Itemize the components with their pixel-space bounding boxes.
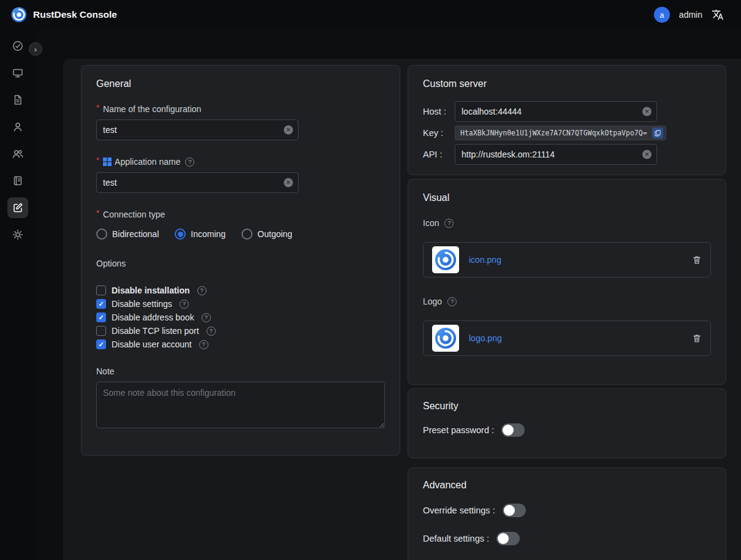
sidebar-item-users[interactable] bbox=[0, 113, 36, 140]
checkbox-disable-settings[interactable]: ✓ Disable settings ? bbox=[96, 297, 385, 311]
custom-server-title: Custom server bbox=[423, 78, 711, 90]
clear-icon[interactable]: ✕ bbox=[642, 107, 652, 116]
radio-incoming[interactable]: Incoming bbox=[175, 229, 226, 240]
override-settings-toggle[interactable] bbox=[503, 504, 526, 517]
default-settings-label: Default settings : bbox=[423, 534, 489, 543]
required-mark: * bbox=[96, 102, 99, 113]
help-icon[interactable]: ? bbox=[444, 219, 454, 228]
help-icon[interactable]: ? bbox=[180, 300, 189, 309]
advanced-title: Advanced bbox=[423, 479, 711, 491]
checkbox[interactable]: ✓ bbox=[96, 339, 106, 349]
preset-password-toggle[interactable] bbox=[501, 423, 525, 437]
key-value[interactable]: HtaXBkJNHyn0e1U1jWXze7A7CN7QTGWqxkOtpaVp… bbox=[460, 129, 650, 137]
help-icon[interactable]: ? bbox=[197, 286, 207, 295]
radio-dot[interactable] bbox=[96, 229, 107, 240]
sidebar-item-settings[interactable] bbox=[0, 221, 36, 248]
sidebar bbox=[0, 29, 36, 560]
visual-card: Visual Icon ? icon.png Log bbox=[408, 179, 726, 385]
check-icon: ✓ bbox=[98, 314, 104, 321]
sidebar-item-address-books[interactable] bbox=[0, 167, 36, 194]
sidebar-item-devices[interactable] bbox=[0, 59, 36, 86]
icon-upload-box[interactable]: icon.png bbox=[423, 242, 711, 278]
checkbox[interactable]: ✓ bbox=[96, 299, 106, 309]
page-title: RustDesk Console bbox=[33, 9, 117, 20]
name-field: ✕ bbox=[96, 119, 298, 140]
icon-file-link[interactable]: icon.png bbox=[469, 255, 501, 265]
required-mark: * bbox=[96, 208, 99, 219]
checkbox-disable-user-account[interactable]: ✓ Disable user account ? bbox=[96, 338, 385, 351]
options-list: ✓ Disable installation ? ✓ Disable setti… bbox=[96, 284, 385, 351]
check-icon: ✓ bbox=[98, 341, 104, 348]
checkbox-disable-tcp-listen-port[interactable]: ✓ Disable TCP listen port ? bbox=[96, 324, 385, 338]
checkbox[interactable]: ✓ bbox=[96, 326, 106, 336]
book-icon bbox=[7, 170, 28, 191]
connection-type-group: Bidirectional Incoming Outgoing bbox=[96, 229, 385, 240]
sidebar-item-audit[interactable] bbox=[0, 86, 36, 113]
application-name-input[interactable] bbox=[96, 172, 298, 193]
clear-icon[interactable]: ✕ bbox=[642, 150, 652, 159]
language-icon[interactable] bbox=[712, 9, 724, 21]
sidebar-expand-button[interactable]: › bbox=[29, 42, 42, 56]
delete-icon[interactable] bbox=[692, 255, 702, 265]
rustdesk-logo-icon bbox=[11, 7, 27, 23]
logo-upload-box[interactable]: logo.png bbox=[423, 320, 711, 356]
copy-icon[interactable] bbox=[652, 127, 663, 138]
options-label: Options bbox=[96, 258, 385, 269]
main-content: General * Name of the configuration ✕ * … bbox=[63, 59, 741, 560]
default-settings-toggle[interactable] bbox=[496, 532, 520, 545]
security-card: Security Preset password : bbox=[408, 388, 726, 458]
help-icon[interactable]: ? bbox=[202, 313, 211, 322]
host-row: Host : ✕ bbox=[423, 101, 711, 122]
radio-dot[interactable] bbox=[175, 229, 186, 240]
help-icon[interactable]: ? bbox=[447, 297, 457, 306]
api-row: API : ✕ bbox=[423, 144, 711, 165]
help-icon[interactable]: ? bbox=[185, 157, 194, 167]
clear-icon[interactable]: ✕ bbox=[284, 178, 293, 187]
user-menu[interactable]: admin bbox=[679, 10, 702, 20]
edit-icon bbox=[7, 197, 28, 218]
windows-icon bbox=[103, 157, 112, 166]
check-icon: ✓ bbox=[98, 301, 104, 308]
gear-icon bbox=[7, 224, 28, 245]
key-row: Key : HtaXBkJNHyn0e1U1jWXze7A7CN7QTGWqxk… bbox=[423, 126, 711, 140]
application-name-field: ✕ bbox=[96, 172, 298, 193]
checkbox[interactable]: ✓ bbox=[96, 312, 106, 322]
host-label: Host : bbox=[423, 107, 455, 116]
delete-icon[interactable] bbox=[692, 333, 702, 343]
api-input[interactable] bbox=[455, 144, 657, 165]
logo-file-link[interactable]: logo.png bbox=[469, 333, 502, 343]
avatar[interactable]: a bbox=[654, 7, 670, 23]
host-field: ✕ bbox=[455, 101, 657, 122]
clear-icon[interactable]: ✕ bbox=[284, 126, 293, 135]
custom-server-card: Custom server Host : ✕ Key : HtaXBkJNHyn… bbox=[408, 65, 726, 175]
file-icon bbox=[7, 89, 28, 110]
radio-outgoing[interactable]: Outgoing bbox=[241, 229, 292, 240]
chevron-right-icon: › bbox=[34, 45, 37, 53]
connection-type-label: * Connection type bbox=[96, 209, 385, 220]
name-label: * Name of the configuration bbox=[96, 104, 385, 115]
override-settings-row: Override settings : bbox=[423, 504, 711, 517]
sidebar-item-groups[interactable] bbox=[0, 140, 36, 167]
checkbox-disable-installation[interactable]: ✓ Disable installation ? bbox=[96, 284, 385, 297]
help-icon[interactable]: ? bbox=[207, 327, 216, 336]
help-icon[interactable]: ? bbox=[199, 340, 208, 349]
preset-password-row: Preset password : bbox=[423, 423, 711, 437]
advanced-card: Advanced Override settings : Default set… bbox=[408, 467, 726, 560]
required-mark: * bbox=[96, 155, 99, 166]
logo-thumbnail bbox=[432, 325, 459, 352]
sidebar-item-custom-clients[interactable] bbox=[0, 194, 36, 221]
default-settings-row: Default settings : bbox=[423, 532, 711, 545]
host-input[interactable] bbox=[455, 101, 657, 122]
radio-bidirectional[interactable]: Bidirectional bbox=[96, 229, 159, 240]
general-title: General bbox=[96, 78, 385, 90]
key-field[interactable]: HtaXBkJNHyn0e1U1jWXze7A7CN7QTGWqxkOtpaVp… bbox=[455, 126, 666, 140]
general-card: General * Name of the configuration ✕ * … bbox=[81, 65, 400, 456]
checkbox-disable-address-book[interactable]: ✓ Disable address book ? bbox=[96, 311, 385, 324]
radio-dot[interactable] bbox=[241, 229, 253, 240]
note-label: Note bbox=[96, 366, 385, 377]
name-input[interactable] bbox=[96, 119, 298, 140]
app-header: RustDesk Console a admin bbox=[0, 0, 741, 29]
checkbox[interactable]: ✓ bbox=[96, 286, 106, 295]
application-name-label: * Application name ? bbox=[96, 156, 385, 167]
note-textarea[interactable] bbox=[96, 382, 385, 428]
